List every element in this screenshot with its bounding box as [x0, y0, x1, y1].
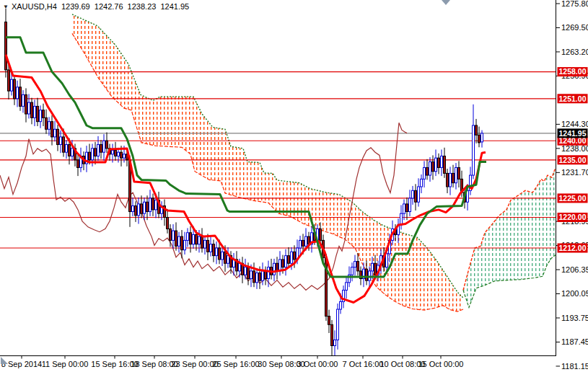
candle-body	[43, 110, 45, 118]
candle-body	[207, 240, 209, 252]
candle-body	[69, 145, 71, 156]
candle-body	[201, 236, 203, 248]
candle-body	[299, 240, 302, 248]
time-axis-label: 25 Sep 16:00	[212, 360, 259, 368]
candle-body	[106, 141, 108, 149]
price-tick-label: 1187.45	[561, 337, 588, 346]
level-badge-1220.00[interactable]: 1220.00	[559, 213, 587, 221]
level-badge-1212.00[interactable]: 1212.00	[559, 244, 587, 252]
chart-shift-marker-icon[interactable]	[442, 0, 450, 5]
candle-body	[155, 200, 157, 210]
candle-body	[282, 260, 284, 267]
candle-body	[351, 267, 354, 275]
ohlc-open: 1239.69	[61, 2, 90, 11]
candle-body	[198, 236, 201, 244]
candle-body	[455, 167, 457, 182]
candle-body	[115, 151, 117, 156]
price-tick-label: 1263.20	[561, 48, 588, 56]
time-axis-label: 23 Sep 00:00	[171, 360, 218, 368]
level-badge-1251.00[interactable]: 1251.00	[559, 94, 587, 103]
ichimoku-cloud-future	[463, 167, 556, 307]
candle-body	[120, 152, 123, 158]
candle-body	[386, 254, 388, 267]
candle-body	[37, 106, 39, 121]
price-tick-label: 1269.50	[561, 23, 588, 32]
candle-body	[447, 173, 449, 187]
candle-body	[366, 269, 368, 280]
candle-body	[172, 231, 175, 240]
candle-body	[187, 233, 189, 241]
candle-body	[193, 234, 195, 244]
plot-area[interactable]	[0, 9, 556, 358]
candle-body	[276, 263, 278, 271]
candle-body	[221, 252, 224, 260]
candle-body	[210, 244, 212, 252]
candle-body	[403, 204, 405, 213]
symbol-dropdown-icon[interactable]: ▼	[3, 4, 9, 10]
candle-body	[170, 229, 172, 240]
candle-body	[334, 340, 336, 346]
candle-body	[409, 198, 411, 212]
candle-body	[239, 263, 241, 271]
candle-body	[328, 316, 330, 325]
candle-body	[97, 145, 100, 156]
candle-body	[19, 87, 22, 107]
symbol-header: ▼XAUUSD,H4 1239.69 1242.76 1238.23 1241.…	[3, 2, 191, 11]
candle-body	[135, 206, 137, 216]
candle-body	[435, 158, 437, 172]
candle-body	[144, 202, 146, 213]
candle-body	[17, 87, 19, 99]
candle-body	[475, 125, 478, 135]
candle-body	[31, 102, 33, 118]
candle-body	[418, 187, 420, 202]
candle-body	[259, 273, 261, 281]
ohlc-close: 1241.95	[160, 2, 189, 11]
candle-body	[279, 260, 281, 271]
candle-body	[40, 110, 42, 122]
candle-body	[34, 106, 36, 118]
time-axis-label: 3 Oct 00:00	[297, 360, 338, 368]
chart-window: ▼XAUUSD,H4 1239.69 1242.76 1238.23 1241.…	[0, 0, 588, 372]
candle-body	[103, 141, 105, 152]
candle-body	[247, 267, 250, 279]
candle-body	[178, 236, 180, 246]
price-tick-label: 1206.35	[561, 265, 588, 274]
level-badge-1235.00[interactable]: 1235.00	[559, 156, 587, 164]
candle-body	[63, 137, 65, 152]
candle-body	[331, 324, 333, 345]
chart-canvas[interactable]: 1275.801269.501263.201256.901244.301238.…	[0, 0, 588, 372]
candle-body	[262, 271, 264, 280]
candle-body	[14, 79, 16, 99]
candle-body	[219, 248, 221, 260]
candle-body	[227, 256, 229, 264]
time-axis-label: 11 Sep 00:00	[42, 360, 89, 368]
candle-body	[305, 236, 307, 246]
level-badge-1258.00[interactable]: 1258.00	[559, 67, 587, 76]
current-price-badge: 1241.95	[559, 129, 587, 138]
candle-body	[438, 158, 440, 167]
candle-body	[473, 125, 475, 175]
candle-body	[77, 160, 79, 168]
candle-body	[340, 301, 342, 309]
candle-body	[132, 206, 134, 212]
symbol-label: XAUUSD,H4	[12, 2, 57, 11]
candle-body	[441, 156, 443, 167]
candle-body	[245, 267, 247, 275]
candle-body	[429, 161, 431, 175]
price-tick-label: 1181.15	[561, 362, 588, 371]
candle-body	[100, 145, 102, 153]
candle-body	[346, 283, 348, 291]
candle-body	[320, 229, 322, 240]
candle-body	[288, 256, 290, 264]
candle-body	[421, 179, 423, 187]
candle-body	[213, 244, 215, 256]
candle-body	[400, 213, 403, 225]
candle-body	[256, 273, 258, 283]
candle-body	[216, 248, 218, 256]
candle-body	[175, 231, 177, 246]
level-badge-1225.00[interactable]: 1225.00	[559, 194, 587, 203]
candle-body	[357, 262, 359, 271]
candle-body	[118, 152, 120, 156]
candle-body	[294, 252, 296, 260]
ohlc-high: 1242.76	[95, 2, 123, 11]
